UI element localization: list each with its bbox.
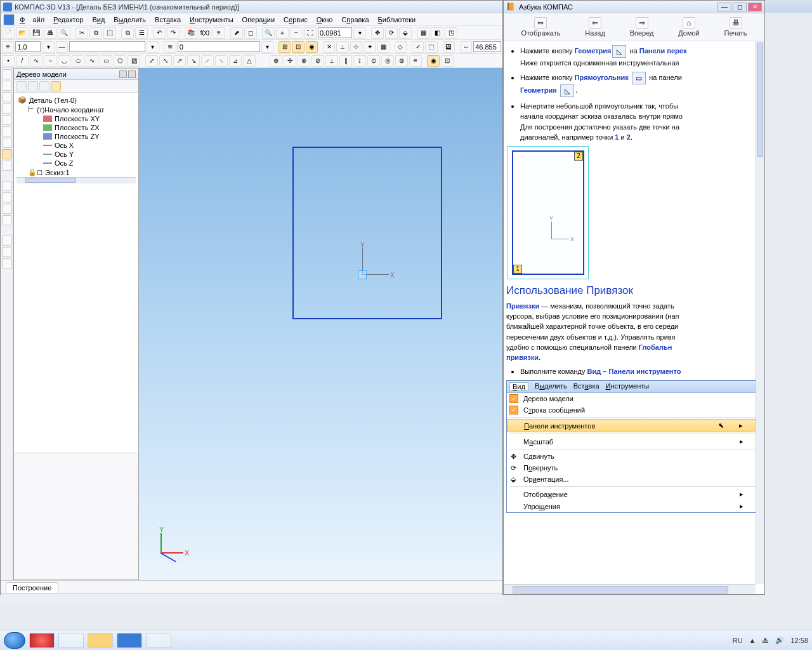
tree-scroll[interactable] (16, 177, 136, 183)
ltb-param-icon[interactable] (2, 115, 12, 125)
snap3-icon[interactable]: ◉ (306, 41, 318, 53)
menu-window[interactable]: Окно (313, 15, 337, 25)
menu-editor[interactable]: Редактор (49, 15, 87, 25)
tray-net-icon[interactable]: 🖧 (762, 637, 769, 644)
linestyle-icon[interactable]: ≡ (2, 41, 14, 53)
t2-icon[interactable]: ⤡ (159, 55, 172, 67)
c8-icon[interactable]: ⊙ (367, 55, 380, 67)
lt-input[interactable] (69, 41, 145, 52)
ltb-d-icon[interactable] (2, 215, 12, 225)
c5-icon[interactable]: ⟂ (325, 55, 338, 67)
ell-icon[interactable]: ⬭ (72, 55, 84, 67)
nav-fwd[interactable]: ⇒Вперед (630, 17, 654, 37)
start-button[interactable] (4, 632, 25, 649)
sketch-icon[interactable]: ◻ (244, 27, 257, 39)
c11-icon[interactable]: ≡ (409, 55, 422, 67)
t6-icon[interactable]: ⟍ (215, 55, 228, 67)
snap4-icon[interactable]: ✕ (323, 41, 335, 53)
filter-icon[interactable]: ✓ (412, 41, 424, 53)
tree-sketch[interactable]: 🔒◻ Эскиз:1 (16, 168, 136, 177)
ltb-sym-icon[interactable] (2, 92, 12, 102)
prop-icon[interactable]: ☰ (135, 27, 148, 39)
app-menu-icon[interactable] (3, 14, 15, 25)
tree-axis-z[interactable]: Ось Z (16, 159, 136, 168)
tree-close-icon[interactable] (128, 70, 136, 78)
linetype-icon[interactable]: — (56, 41, 68, 53)
c10-icon[interactable]: ⊚ (395, 55, 408, 67)
orient-icon[interactable]: ⬙ (399, 27, 412, 39)
t7-icon[interactable]: ⊿ (229, 55, 242, 67)
print-icon[interactable]: 🖶 (44, 27, 56, 39)
menu-service[interactable]: Сервис (280, 15, 311, 25)
c4-icon[interactable]: ⊘ (311, 55, 324, 67)
tree-root[interactable]: 📦 Деталь (Тел-0) (16, 95, 136, 105)
menu-libraries[interactable]: Библиотеки (374, 15, 420, 25)
main-hscroll[interactable] (1, 593, 502, 603)
task-explorer[interactable] (88, 633, 113, 648)
help-vscroll[interactable] (756, 41, 764, 584)
tree-plane-xy[interactable]: Плоскость XY (16, 114, 136, 123)
tree-plane-zx[interactable]: Плоскость ZX (16, 123, 136, 132)
ttb4-icon[interactable] (51, 81, 61, 91)
shade-icon[interactable]: ◧ (431, 27, 443, 39)
task-opera[interactable] (29, 633, 55, 648)
zoomout-icon[interactable]: − (290, 27, 303, 39)
menu-insert[interactable]: Вставка (151, 15, 185, 25)
menu-file[interactable]: Файл (16, 15, 48, 25)
ltb-edit-icon[interactable] (2, 103, 12, 114)
preview-icon[interactable]: 🔍 (58, 27, 70, 39)
ltb-f-icon[interactable] (2, 247, 12, 257)
line-icon[interactable]: / (16, 55, 29, 67)
gl2-icon[interactable]: ⊡ (441, 55, 454, 67)
t5-icon[interactable]: ⟋ (201, 55, 214, 67)
arc-icon[interactable]: ◡ (58, 55, 70, 67)
open-icon[interactable]: 📂 (16, 27, 29, 39)
ltb-sel-icon[interactable] (2, 138, 12, 148)
ltb-meas-icon[interactable] (2, 126, 12, 136)
hatch-icon[interactable]: ▨ (128, 55, 140, 67)
canvas[interactable]: Y X Y X (139, 68, 502, 580)
tray-flag-icon[interactable]: ▲ (749, 637, 756, 644)
c2-icon[interactable]: ✢ (284, 55, 296, 67)
save-icon[interactable]: 💾 (30, 27, 43, 39)
ptr-icon[interactable]: ⬈ (230, 27, 243, 39)
snap8-icon[interactable]: ▦ (377, 41, 389, 53)
menu-select[interactable]: Выделить (110, 15, 150, 25)
nav-back[interactable]: ⇐Назад (585, 17, 605, 37)
spline-icon[interactable]: ∿ (86, 55, 98, 67)
ltb-a-icon[interactable] (2, 181, 12, 191)
rect-icon[interactable]: ▭ (100, 55, 112, 67)
tray-time[interactable]: 12:58 (790, 637, 808, 644)
snap-on-icon[interactable]: ⊞ (278, 41, 291, 53)
filter2-icon[interactable]: ⬚ (425, 41, 437, 53)
ltb-c-icon[interactable] (2, 204, 12, 214)
layer-icon[interactable]: ≋ (164, 41, 176, 53)
c3-icon[interactable]: ⊗ (298, 55, 310, 67)
task-kompas[interactable] (117, 633, 142, 648)
undo-icon[interactable]: ↶ (153, 27, 166, 39)
ltb-e-icon[interactable] (2, 235, 12, 246)
cut-icon[interactable]: ✂ (75, 27, 88, 39)
lib-icon[interactable]: 📚 (185, 27, 197, 39)
persp-icon[interactable]: ◳ (445, 27, 457, 39)
menu-bar[interactable]: Файл Редактор Вид Выделить Вставка Инстр… (1, 13, 502, 26)
t3-icon[interactable]: ↗ (173, 55, 186, 67)
taskbar[interactable]: RU ▲ 🖧 🔊 12:58 (0, 630, 812, 650)
vars-icon[interactable]: f(x) (199, 27, 211, 39)
tab-build[interactable]: Построение (6, 582, 58, 593)
snap5-icon[interactable]: ⟂ (336, 41, 348, 53)
vars2-icon[interactable]: ≡ (213, 27, 225, 39)
help-min-icon[interactable]: — (717, 3, 731, 11)
paste-icon[interactable]: 📋 (103, 27, 116, 39)
nav-home[interactable]: ⌂Домой (678, 17, 700, 37)
copy2-icon[interactable]: ⧉ (121, 27, 134, 39)
tray-vol-icon[interactable]: 🔊 (775, 636, 784, 644)
copy-icon[interactable]: ⧉ (89, 27, 102, 39)
t8-icon[interactable]: △ (243, 55, 256, 67)
dim-icon[interactable]: ↔ (460, 41, 472, 53)
lw-dd-icon[interactable]: ▾ (42, 41, 54, 53)
c1-icon[interactable]: ⊕ (270, 55, 282, 67)
task-paint[interactable] (146, 633, 171, 648)
c6-icon[interactable]: ∥ (339, 55, 352, 67)
ttb3-icon[interactable] (39, 81, 49, 91)
